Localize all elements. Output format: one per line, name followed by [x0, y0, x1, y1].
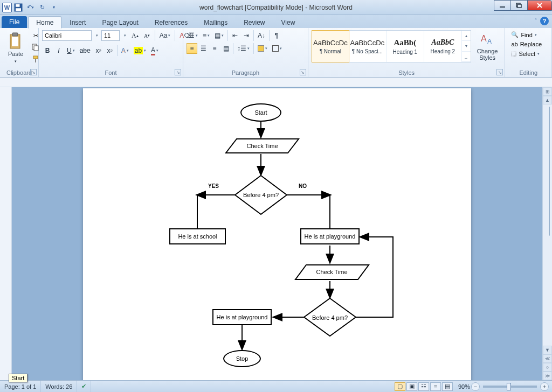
text-effects-button[interactable]: A▾ [119, 45, 131, 56]
underline-button[interactable]: U▾ [65, 45, 77, 56]
multilevel-button[interactable]: ▤▾ [212, 30, 226, 41]
scroll-options-button[interactable]: ⊞ [543, 87, 552, 96]
zoom-level[interactable]: 90% [458, 383, 470, 390]
styles-launcher[interactable]: ↘ [496, 69, 503, 75]
styles-more[interactable]: ▴▾⎯ [462, 31, 471, 62]
zoom-slider[interactable] [483, 386, 537, 388]
draft-view[interactable]: ▤ [442, 382, 453, 391]
strike-button[interactable]: abe [78, 45, 93, 56]
zoom-out-button[interactable]: − [471, 382, 480, 391]
scroll-up-button[interactable]: ▲ [543, 96, 552, 104]
tab-review[interactable]: Review [236, 16, 273, 28]
shape-check-time-1[interactable]: Check Time [237, 139, 288, 153]
line-spacing-button[interactable]: ↕☰▾ [235, 43, 252, 54]
ruler-horizontal[interactable] [0, 78, 552, 87]
zoom-thumb[interactable] [507, 383, 511, 390]
proofing-button[interactable]: ✔ [77, 381, 91, 392]
font-size-input[interactable] [101, 30, 120, 41]
tab-home[interactable]: Home [28, 16, 61, 29]
shading-button[interactable]: ▾ [256, 43, 270, 54]
select-button[interactable]: ⬚Select ▾ [508, 49, 544, 58]
tab-view[interactable]: View [273, 16, 303, 28]
align-center-button[interactable]: ☰ [198, 43, 209, 54]
shape-playground-1[interactable]: He is at playground [300, 228, 360, 244]
clipboard-launcher[interactable]: ↘ [30, 69, 37, 75]
tab-references[interactable]: References [147, 16, 196, 28]
maximize-button[interactable] [510, 0, 528, 11]
style--no-spaci-[interactable]: AaBbCcDc¶ No Spaci... [349, 31, 387, 62]
subscript-button[interactable]: x2 [93, 45, 104, 56]
style-heading-2[interactable]: AaBbCHeading 2 [424, 31, 462, 62]
font-launcher[interactable]: ↘ [175, 69, 181, 75]
font-name-input[interactable] [42, 30, 92, 41]
align-right-button[interactable]: ≡ [209, 43, 220, 54]
ruler-vertical[interactable] [0, 87, 12, 380]
replace-button[interactable]: abReplace [508, 40, 544, 48]
help-button[interactable]: ? [540, 17, 549, 25]
italic-button[interactable]: I [53, 45, 64, 56]
font-color-button[interactable]: A▾ [149, 45, 161, 56]
print-layout-view[interactable]: ▢ [395, 382, 405, 391]
minimize-ribbon-button[interactable]: ˆ [535, 18, 537, 24]
shrink-font-button[interactable]: A▾ [142, 30, 153, 41]
change-styles-button[interactable]: AA Change Styles [473, 30, 502, 62]
find-button[interactable]: 🔍Find ▾ [508, 30, 544, 39]
shape-school[interactable]: He is at school [169, 228, 226, 244]
grow-font-button[interactable]: A▴ [129, 30, 141, 41]
redo-button[interactable]: ↻ [37, 2, 47, 13]
minimize-button[interactable] [494, 0, 511, 11]
style-heading-1[interactable]: AaBb(Heading 1 [387, 31, 424, 62]
close-button[interactable] [527, 0, 552, 11]
tooltip-start: Start [9, 374, 27, 382]
shape-check-time-2[interactable]: Check Time [306, 265, 357, 279]
save-button[interactable] [13, 2, 24, 13]
justify-button[interactable]: ▤ [220, 43, 231, 54]
qat-customize[interactable]: ▾ [49, 2, 59, 13]
scroll-down-button[interactable]: ▼ [543, 346, 552, 354]
browse-object-button[interactable]: ○ [543, 363, 552, 372]
decrease-indent-button[interactable]: ⇤ [230, 30, 240, 41]
vertical-scrollbar[interactable]: ⊞ ▲ ▼ ≪ ○ ≫ [542, 87, 552, 380]
file-tab[interactable]: File [2, 16, 27, 28]
show-marks-button[interactable]: ¶ [271, 30, 282, 41]
svg-rect-5 [518, 4, 521, 8]
web-layout-view[interactable]: ☷ [418, 382, 429, 391]
highlight-button[interactable]: ab▾ [132, 45, 148, 56]
page-count[interactable]: Page: 1 of 1 [0, 381, 41, 392]
shape-stop[interactable]: Stop [223, 350, 261, 367]
paste-button[interactable]: Paste▾ [3, 30, 28, 66]
bullets-button[interactable]: ☰▾ [187, 30, 200, 41]
change-case-button[interactable]: Aa▾ [157, 30, 173, 41]
svg-rect-8 [12, 37, 18, 46]
borders-button[interactable]: ▾ [270, 43, 284, 54]
full-screen-view[interactable]: ▣ [406, 382, 417, 391]
outline-view[interactable]: ≡ [430, 382, 441, 391]
undo-button[interactable]: ↶▾ [25, 2, 36, 13]
numbering-button[interactable]: ≡▾ [201, 30, 212, 41]
zoom-in-button[interactable]: + [540, 382, 549, 391]
style--normal[interactable]: AaBbCcDc¶ Normal [312, 30, 349, 62]
font-name-dd[interactable]: ▾ [93, 30, 100, 41]
bold-button[interactable]: B [42, 45, 53, 56]
superscript-button[interactable]: x2 [105, 45, 115, 56]
document-viewport[interactable]: Start Check Time Before 4 pm? YES NO He … [12, 87, 542, 380]
ribbon: Paste▾ ✂ Clipboard ↘ ▾ ▾ A▴ A▾ Aa▾ [0, 28, 552, 78]
font-size-dd[interactable]: ▾ [121, 30, 128, 41]
styles-gallery[interactable]: AaBbCcDc¶ NormalAaBbCcDc¶ No Spaci...AaB… [312, 30, 471, 62]
flowchart-connectors [83, 88, 471, 380]
scroll-thumb[interactable] [549, 107, 550, 236]
tab-insert[interactable]: Insert [61, 16, 94, 28]
shape-decision-2[interactable]: Before 4 pm? [311, 307, 349, 328]
shape-playground-2[interactable]: He is at playground [212, 309, 272, 325]
increase-indent-button[interactable]: ⇥ [241, 30, 252, 41]
paragraph-launcher[interactable]: ↘ [300, 69, 306, 75]
word-count[interactable]: Words: 26 [41, 381, 77, 392]
tab-mailings[interactable]: Mailings [196, 16, 236, 28]
sort-button[interactable]: A↓ [256, 30, 267, 41]
shape-decision-1[interactable]: Before 4 pm? [242, 184, 280, 206]
shape-start[interactable]: Start [240, 103, 281, 122]
prev-page-button[interactable]: ≪ [543, 354, 552, 363]
tab-page-layout[interactable]: Page Layout [94, 16, 146, 28]
align-left-button[interactable]: ≡ [187, 43, 197, 54]
next-page-button[interactable]: ≫ [543, 372, 552, 380]
